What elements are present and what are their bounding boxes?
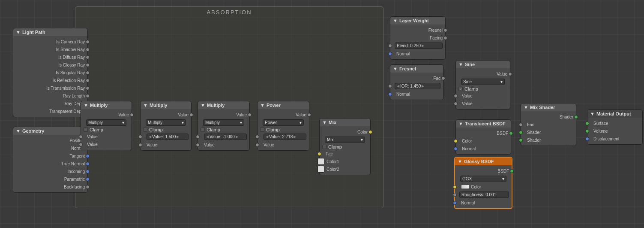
socket-row-backfacing: Backfacing bbox=[13, 183, 87, 191]
mix-clamp-checkbox[interactable] bbox=[322, 145, 326, 149]
sine-value-socket bbox=[508, 72, 512, 76]
mix-shader-shader1-socket bbox=[519, 131, 523, 134]
multiply3-output: Value bbox=[198, 111, 249, 119]
fresnel-normal-row: Normal bbox=[390, 90, 443, 98]
translucent-bsdf-header: ▼ Translucent BSDF bbox=[456, 120, 511, 128]
lw-facing-socket bbox=[443, 36, 447, 40]
sine-value-row: Value bbox=[456, 70, 510, 78]
multiply2-value1-socket bbox=[138, 135, 142, 139]
lw-blend-field[interactable]: Blend: 0.250▶ bbox=[395, 43, 443, 49]
power-node: ▼ Power Value Power▾ Clamp ◀Value: 2.718… bbox=[257, 101, 309, 151]
socket-row-shadow-ray: Is Shadow Ray bbox=[13, 46, 87, 53]
multiply3-dropdown[interactable]: Multiply▾ bbox=[203, 119, 244, 126]
glossy-bsdf-dropdown[interactable]: GGX▾ bbox=[460, 176, 506, 182]
socket-reflection-ray bbox=[86, 79, 90, 82]
multiply1-clamp-row: Clamp bbox=[81, 127, 132, 133]
mix-node: ▼ Mix Color Mix▾ Clamp Fac Color1 Color2 bbox=[319, 118, 371, 175]
multiply3-value-socket bbox=[248, 113, 252, 117]
glossy-bsdf-body: BSDF GGX▾ Color Roughness: 0.001 Normal bbox=[455, 165, 512, 208]
glossy-color-swatch bbox=[461, 185, 470, 189]
mix-dropdown[interactable]: Mix▾ bbox=[325, 137, 365, 143]
socket-row-reflection-ray: Is Reflection Ray bbox=[13, 76, 87, 84]
multiply2-collapse-icon[interactable]: ▼ bbox=[143, 103, 148, 108]
multiply3-value1-field[interactable]: ◀Value: -1.000▶ bbox=[204, 134, 247, 140]
socket-incoming bbox=[86, 170, 90, 173]
socket-glossy-ray bbox=[86, 63, 90, 67]
power-header: ▼ Power bbox=[258, 101, 309, 109]
multiply2-body: Value Multiply▾ Clamp ◀Value: 1.500▶ Val… bbox=[141, 109, 191, 150]
multiply3-header: ▼ Multiply bbox=[198, 101, 249, 109]
geometry-node: ▼ Geometry Position Normal Tangent True … bbox=[13, 127, 88, 193]
multiply2-dropdown[interactable]: Multiply▾ bbox=[146, 119, 186, 126]
light-path-header: ▼ Light Path bbox=[13, 28, 87, 36]
translucent-normal-socket bbox=[454, 147, 458, 151]
multiply3-clamp-checkbox[interactable] bbox=[201, 128, 205, 132]
sine-node: ▼ Sine Value Sine▾ Clamp Value Value bbox=[455, 60, 510, 109]
translucent-color-socket bbox=[454, 139, 458, 143]
multiply1-clamp-checkbox[interactable] bbox=[84, 128, 88, 132]
power-clamp-row: Clamp bbox=[258, 127, 309, 133]
socket-row-camera-ray: Is Camera Ray bbox=[13, 38, 87, 46]
multiply2-node: ▼ Multiply Value Multiply▾ Clamp ◀Value:… bbox=[140, 101, 192, 151]
geometry-collapse-icon[interactable]: ▼ bbox=[16, 128, 21, 134]
sine-collapse-icon[interactable]: ▼ bbox=[458, 62, 463, 67]
sine-clamp-checkbox[interactable] bbox=[458, 87, 463, 91]
mix-body: Color Mix▾ Clamp Fac Color1 Color2 bbox=[320, 126, 370, 175]
multiply2-value1-field[interactable]: ◀Value: 1.500▶ bbox=[147, 134, 189, 140]
socket-transmission-ray bbox=[86, 86, 90, 90]
mix-shader-collapse-icon[interactable]: ▼ bbox=[524, 105, 528, 110]
multiply2-clamp-checkbox[interactable] bbox=[143, 128, 147, 132]
collapse-icon[interactable]: ▼ bbox=[16, 30, 21, 35]
fresnel-collapse-icon[interactable]: ▼ bbox=[393, 66, 398, 71]
mix-shader-body: Shader Fac Shader Shader bbox=[521, 111, 576, 146]
multiply2-value2-row: Value bbox=[141, 141, 191, 149]
material-output-collapse-icon[interactable]: ▼ bbox=[590, 111, 595, 116]
mix-output: Color bbox=[320, 128, 370, 136]
mix-shader-shader1-row: Shader bbox=[521, 128, 576, 136]
layer-weight-collapse-icon[interactable]: ▼ bbox=[393, 18, 398, 23]
mix-collapse-icon[interactable]: ▼ bbox=[322, 120, 327, 125]
geometry-body: Position Normal Tangent True Normal Inco… bbox=[13, 135, 87, 192]
multiply3-value1-row: ◀Value: -1.000▶ bbox=[198, 133, 249, 141]
glossy-color-socket bbox=[453, 185, 457, 189]
glossy-bsdf-collapse-icon[interactable]: ▼ bbox=[458, 159, 462, 164]
sine-value1-row: Value bbox=[456, 92, 510, 100]
layer-weight-node: ▼ Layer Weight Fresnel Facing Blend: 0.2… bbox=[390, 16, 446, 60]
multiply3-value2-row: Value bbox=[198, 141, 249, 149]
socket-row-glossy-ray: Is Glossy Ray bbox=[13, 61, 87, 69]
lw-fresnel-row: Fresnel bbox=[390, 26, 445, 34]
multiply3-node: ▼ Multiply Value Multiply▾ Clamp ◀Value:… bbox=[198, 101, 250, 151]
multiply1-header: ▼ Multiply bbox=[81, 101, 132, 109]
sine-dropdown[interactable]: Sine▾ bbox=[461, 79, 505, 85]
mix-clamp-row: Clamp bbox=[320, 144, 370, 150]
fresnel-body: Fac ◀IOR: 1.450▶ Normal bbox=[390, 73, 443, 100]
multiply1-value1-socket bbox=[79, 135, 83, 139]
sine-clamp-row: Clamp bbox=[456, 86, 510, 92]
power-dropdown[interactable]: Power▾ bbox=[263, 119, 304, 126]
lw-normal-socket bbox=[388, 52, 392, 56]
fresnel-ior-field[interactable]: ◀IOR: 1.450▶ bbox=[395, 83, 440, 89]
socket-tangent bbox=[86, 154, 90, 158]
power-clamp-checkbox[interactable] bbox=[260, 128, 264, 132]
socket-row-normal: Normal bbox=[13, 144, 87, 152]
glossy-bsdf-socket bbox=[510, 169, 514, 173]
glossy-color-row: Color bbox=[455, 183, 512, 191]
socket-row-singular-ray: Is Singular Ray bbox=[13, 69, 87, 76]
multiply1-value2-row: Value bbox=[81, 140, 132, 148]
multiply1-dropdown[interactable]: Multiply▾ bbox=[86, 119, 126, 126]
mix-fac-socket bbox=[318, 152, 321, 156]
power-collapse-icon[interactable]: ▼ bbox=[260, 103, 265, 108]
translucent-bsdf-node: ▼ Translucent BSDF BSDF Color Normal bbox=[455, 119, 511, 155]
multiply1-collapse-icon[interactable]: ▼ bbox=[84, 103, 88, 108]
multiply3-collapse-icon[interactable]: ▼ bbox=[201, 103, 205, 108]
power-value1-field[interactable]: ◀Value: 2.718▶ bbox=[264, 134, 306, 140]
multiply1-value2-socket bbox=[79, 143, 83, 146]
socket-singular-ray bbox=[86, 71, 90, 75]
glossy-roughness-field[interactable]: Roughness: 0.001 bbox=[459, 192, 509, 198]
translucent-color-row: Color bbox=[456, 137, 511, 145]
mix-color2-row: Color2 bbox=[320, 165, 370, 173]
multiply2-value1-row: ◀Value: 1.500▶ bbox=[141, 133, 191, 141]
translucent-bsdf-collapse-icon[interactable]: ▼ bbox=[458, 121, 463, 126]
socket-row-ray-depth: Ray Depth bbox=[13, 100, 87, 107]
lw-facing-row: Facing bbox=[390, 34, 445, 42]
